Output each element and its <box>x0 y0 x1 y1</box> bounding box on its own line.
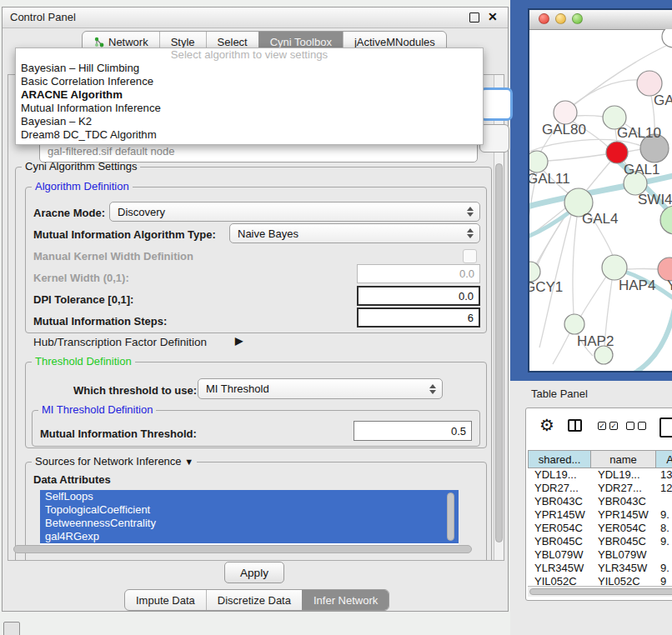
column-header-shared-name[interactable]: shared... <box>528 450 591 468</box>
aracne-mode-value: Discovery <box>118 206 165 218</box>
popup-item[interactable]: Bayesian – K2 <box>16 115 483 128</box>
tab-network-label: Network <box>108 36 148 48</box>
float-panel-icon[interactable] <box>469 12 479 22</box>
tab-impute-data[interactable]: Impute Data <box>125 590 206 610</box>
threshold-definition-title: Threshold Definition <box>32 355 135 368</box>
column-header-clipped[interactable]: A <box>656 450 672 468</box>
split-columns-icon[interactable] <box>568 419 582 432</box>
close-panel-icon[interactable]: ✕ <box>488 10 498 23</box>
list-item[interactable]: TopologicalCoefficient <box>40 503 459 517</box>
network-node[interactable] <box>660 206 672 234</box>
algorithm-definition-title: Algorithm Definition <box>32 180 133 192</box>
node-label: GAL1 <box>624 162 659 178</box>
popup-item[interactable]: Bayesian – Hill Climbing <box>16 62 483 75</box>
document-icon[interactable] <box>659 418 672 438</box>
list-item[interactable]: gal4RGexp <box>40 530 459 543</box>
mi-threshold-value: 0.5 <box>451 425 466 438</box>
popup-item[interactable]: Mutual Information Inference <box>16 102 483 115</box>
mi-threshold-definition-title: MI Threshold Definition <box>38 403 156 416</box>
mi-threshold-field[interactable]: 0.5 <box>354 421 472 441</box>
table-row[interactable]: YDL19...YDL19...13 <box>528 468 672 482</box>
network-node[interactable] <box>602 255 627 280</box>
column-header-label: shared... <box>539 453 581 466</box>
checked-columns-icon[interactable]: ✓✓ <box>598 422 618 430</box>
network-node[interactable] <box>529 151 548 172</box>
zoom-traffic-light-icon[interactable] <box>572 13 583 24</box>
minimize-traffic-light-icon[interactable] <box>555 13 566 24</box>
tab-discretize-data[interactable]: Discretize Data <box>206 590 302 610</box>
table-row[interactable]: YBR045CYBR045C9. <box>528 535 672 548</box>
cell-value: 9. <box>656 508 672 522</box>
kernel-width-field[interactable]: 0.0 <box>357 264 480 283</box>
network-node[interactable] <box>564 314 584 334</box>
apply-button[interactable]: Apply <box>224 562 284 583</box>
cell-value: 9. <box>656 562 672 575</box>
inference-algorithm-select[interactable] <box>479 88 513 121</box>
list-scrollbar-thumb[interactable] <box>447 492 454 541</box>
cell-value: 12 <box>656 482 672 495</box>
table-row[interactable]: YPR145WYPR145W9. <box>528 508 672 522</box>
cell-shared-name: YIL052C <box>528 575 591 586</box>
table-row[interactable]: YBR043CYBR043C <box>528 495 672 508</box>
mi-steps-field[interactable]: 6 <box>357 308 480 328</box>
dpi-tolerance-label: DPI Tolerance [0,1]: <box>33 293 133 306</box>
list-item[interactable]: SelfLoops <box>40 490 459 503</box>
node-label: HAP2 <box>577 333 614 349</box>
hidden-combo-fragment[interactable] <box>479 124 509 152</box>
table-horizontal-scrollbar[interactable] <box>528 586 672 597</box>
check-icon: ✓ <box>598 422 606 430</box>
data-attributes-label: Data Attributes <box>33 473 111 486</box>
popup-placeholder: Select algorithm to view settings <box>16 48 483 62</box>
popup-item[interactable]: Dream8 DC_TDC Algorithm <box>16 128 483 142</box>
control-panel-titlebar: Control Panel ✕ <box>3 8 508 28</box>
aracne-mode-select[interactable]: Discovery <box>109 202 480 222</box>
manual-kernel-width-checkbox[interactable] <box>463 249 477 263</box>
settings-hscroll-thumb[interactable] <box>13 545 472 553</box>
sources-title-wrap[interactable]: Sources for Network Inference ▼ <box>32 455 197 468</box>
tab-infer-network[interactable]: Infer Network <box>302 590 389 610</box>
unchecked-columns-icon[interactable] <box>626 422 646 430</box>
network-node[interactable] <box>554 101 577 124</box>
popup-item-selected[interactable]: ARACNE Algorithm <box>16 88 483 102</box>
cyni-bottom-tabbar: Impute Data Discretize Data Infer Networ… <box>124 589 389 611</box>
table-hscroll-thumb[interactable] <box>529 588 672 595</box>
network-node-selected[interactable] <box>606 142 628 163</box>
cell-name: YER054C <box>591 522 656 535</box>
gear-icon[interactable]: ⚙ <box>539 417 554 433</box>
settings-vscroll-thumb[interactable] <box>495 163 503 542</box>
network-window-titlebar[interactable] <box>529 10 672 30</box>
tab-impute-data-label: Impute Data <box>136 594 195 607</box>
table-row[interactable]: YER054CYER054C8. <box>528 522 672 535</box>
table-row[interactable]: YDR27...YDR27...12 <box>528 482 672 495</box>
tab-cyni-toolbox-label: Cyni Toolbox <box>270 36 332 48</box>
hub-definition-toggle[interactable]: Hub/Transcription Factor Definition <box>33 336 207 348</box>
cell-name: YBL079W <box>591 548 656 562</box>
mi-steps-label: Mutual Information Steps: <box>33 315 167 328</box>
dpi-tolerance-field[interactable]: 0.0 <box>357 286 480 306</box>
table-row[interactable]: YBL079WYBL079W <box>528 548 672 562</box>
which-threshold-select[interactable]: MI Threshold <box>198 378 443 399</box>
tab-select-label: Select <box>218 36 248 48</box>
mi-algorithm-type-select[interactable]: Naive Bayes <box>229 223 480 243</box>
kernel-width-label: Kernel Width (0,1): <box>33 272 129 284</box>
empty-check-icon <box>638 422 646 430</box>
cell-shared-name: YER054C <box>528 522 591 535</box>
column-header-label: name <box>609 453 637 466</box>
stepper-arrows-icon <box>467 207 474 217</box>
table-row-clipped[interactable]: YIL052CYIL052C9 <box>528 575 672 586</box>
data-attributes-list: SelfLoops TopologicalCoefficient Between… <box>40 490 459 545</box>
close-traffic-light-icon[interactable] <box>539 13 549 24</box>
table-row[interactable]: YLR345WYLR345W9. <box>528 562 672 575</box>
cell-name: YBR043C <box>591 495 656 508</box>
column-header-name[interactable]: name <box>591 450 656 468</box>
collapsed-panel-button[interactable] <box>3 622 20 635</box>
network-icon <box>93 37 104 48</box>
collapsed-arrow-icon[interactable]: ▶ <box>235 335 243 347</box>
node-label: GAL4 <box>582 211 618 227</box>
cell-name: YLR345W <box>591 562 656 575</box>
network-canvas[interactable]: GAL GAL80 GAL10 GAL1 GAL11 SWI4 GAL4 GCY… <box>529 29 672 372</box>
network-node[interactable] <box>662 29 672 48</box>
list-item[interactable]: BetweennessCentrality <box>40 517 459 530</box>
stepper-arrows-icon <box>429 384 436 394</box>
popup-item[interactable]: Basic Correlation Inference <box>16 75 483 88</box>
